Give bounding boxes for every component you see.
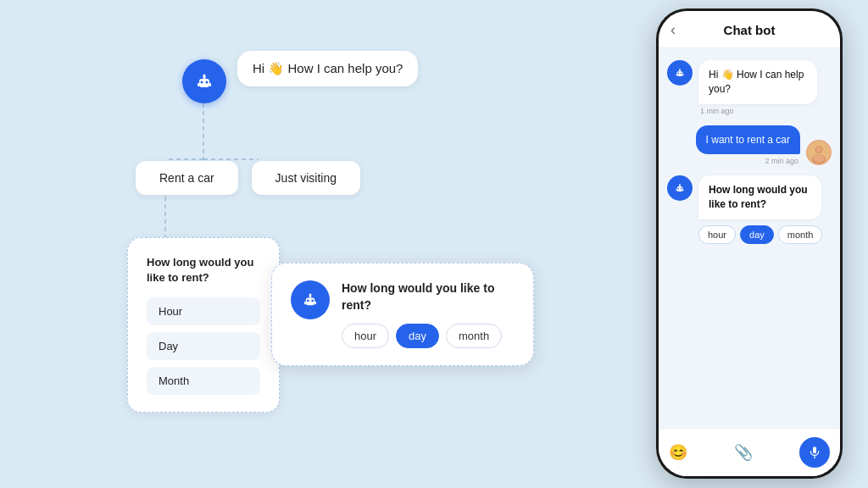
- float-card-content: How long would you like to rent? hour da…: [342, 280, 515, 348]
- flow-diagram: Hi 👋 How I can help you? Rent a car Just…: [34, 34, 441, 474]
- svg-rect-20: [314, 302, 316, 305]
- rent-car-option[interactable]: Rent a car: [136, 161, 238, 195]
- svg-rect-41: [682, 190, 683, 191]
- svg-point-7: [201, 81, 203, 84]
- svg-point-18: [309, 294, 312, 297]
- bot-avatar-small: [667, 60, 693, 86]
- month-option[interactable]: Month: [147, 367, 260, 395]
- bot-question-bubble: How long would you like to rent?: [698, 175, 821, 219]
- svg-point-33: [813, 154, 825, 163]
- chat-title: Chat bot: [694, 23, 804, 37]
- phone-hour-opt[interactable]: hour: [698, 225, 736, 244]
- svg-point-10: [203, 75, 206, 77]
- phone-footer: 😊 📎: [659, 428, 840, 476]
- svg-rect-42: [813, 446, 816, 453]
- day-option[interactable]: Day: [147, 332, 260, 360]
- hi-bubble: Hi 👋 How I can help you?: [237, 51, 418, 86]
- svg-rect-28: [682, 74, 683, 75]
- bot-avatar-large: [182, 59, 226, 103]
- phone-screen: ‹ Chat bot: [659, 11, 840, 476]
- svg-rect-12: [209, 83, 211, 86]
- phone-month-opt[interactable]: month: [778, 225, 823, 244]
- option-row: Rent a car Just visiting: [136, 161, 360, 195]
- hour-option[interactable]: Hour: [147, 297, 260, 325]
- bot-message-1-content: Hi 👋 How I can help you? 1 min ago: [698, 60, 817, 115]
- bot-avatar-q: [667, 175, 693, 201]
- svg-point-36: [677, 188, 679, 190]
- rent-detail-card: How long would you like to rent? Hour Da…: [127, 237, 280, 413]
- user-text-1: I want to rent a car: [706, 134, 790, 146]
- svg-rect-6: [199, 79, 209, 87]
- bot-bubble-1: Hi 👋 How I can help you?: [698, 60, 817, 104]
- bot-question-content: How long would you like to rent? hour da…: [698, 175, 822, 244]
- bot-message-1: Hi 👋 How I can help you? 1 min ago: [667, 60, 832, 115]
- emoji-icon[interactable]: 😊: [669, 443, 687, 462]
- float-card-question: How long would you like to rent?: [342, 280, 515, 313]
- svg-point-16: [311, 300, 314, 302]
- mic-button[interactable]: [799, 437, 830, 468]
- float-hour-opt[interactable]: hour: [342, 324, 389, 348]
- just-visiting-option[interactable]: Just visiting: [252, 161, 360, 195]
- svg-rect-40: [676, 190, 677, 191]
- svg-point-37: [681, 188, 682, 190]
- svg-point-8: [206, 81, 209, 84]
- svg-rect-35: [677, 187, 683, 192]
- float-chat-card: How long would you like to rent? hour da…: [271, 263, 534, 366]
- bot-text-1: Hi 👋 How I can help you?: [709, 69, 804, 95]
- bot-time-1: 1 min ago: [698, 107, 817, 115]
- phone-header: ‹ Chat bot: [659, 11, 840, 48]
- svg-point-24: [681, 73, 682, 75]
- back-button[interactable]: ‹: [670, 21, 687, 39]
- user-message-1: I want to rent a car 2 min ago: [667, 125, 832, 166]
- svg-rect-22: [677, 71, 683, 76]
- svg-point-39: [679, 185, 681, 186]
- bot-question-row: How long would you like to rent? hour da…: [667, 175, 832, 244]
- float-options: hour day month: [342, 324, 515, 348]
- svg-point-15: [307, 300, 309, 302]
- svg-rect-27: [676, 74, 677, 75]
- user-avatar: [806, 140, 832, 165]
- bot-q-options: hour day month: [698, 225, 822, 244]
- float-day-opt[interactable]: day: [396, 324, 439, 348]
- svg-point-23: [677, 73, 679, 75]
- svg-rect-11: [198, 83, 199, 86]
- phone-frame: ‹ Chat bot: [656, 8, 843, 479]
- svg-rect-19: [304, 302, 306, 305]
- svg-point-32: [816, 147, 822, 152]
- float-month-opt[interactable]: month: [446, 324, 502, 348]
- user-bubble-1: I want to rent a car: [696, 125, 800, 155]
- svg-rect-14: [306, 297, 315, 305]
- attachment-icon[interactable]: 📎: [734, 443, 753, 462]
- user-time-1: 2 min ago: [696, 157, 800, 165]
- footer-center: 📎: [696, 443, 791, 462]
- detail-card-title: How long would you like to rent?: [147, 255, 260, 286]
- svg-point-26: [679, 69, 681, 70]
- phone-day-opt[interactable]: day: [740, 225, 774, 244]
- chat-area: Hi 👋 How I can help you? 1 min ago I wan…: [659, 48, 840, 428]
- float-bot-icon: [291, 280, 330, 319]
